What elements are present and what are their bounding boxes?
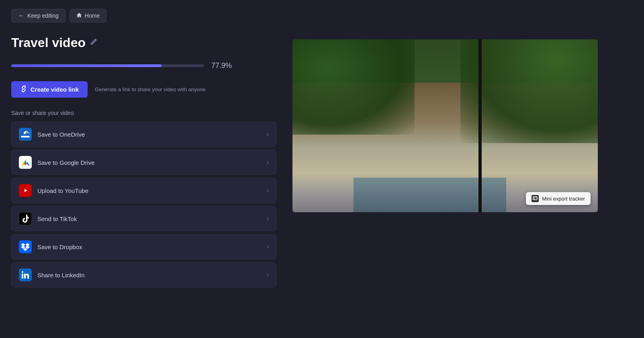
main-content: Travel video 77.9% bbox=[0, 31, 644, 299]
dropbox-label: Save to Dropbox bbox=[37, 244, 82, 250]
svg-rect-14 bbox=[534, 199, 535, 199]
edit-title-icon[interactable] bbox=[90, 38, 98, 48]
onedrive-icon bbox=[19, 128, 32, 141]
mini-tracker-label: Mini export tracker bbox=[542, 196, 585, 202]
share-item-tiktok[interactable]: Send to TikTok › bbox=[11, 206, 276, 231]
mini-export-tracker-badge[interactable]: Mini export tracker bbox=[526, 192, 591, 205]
video-preview: Mini export tracker bbox=[292, 39, 598, 212]
home-button[interactable]: Home bbox=[70, 9, 106, 23]
share-item-gdrive-left: Save to Google Drive bbox=[19, 156, 95, 169]
dark-divider-strip bbox=[478, 39, 482, 212]
dropbox-icon bbox=[19, 240, 32, 253]
progress-row: 77.9% bbox=[11, 61, 276, 70]
tracker-badge-icon bbox=[532, 195, 539, 202]
back-arrow-icon: ← bbox=[18, 12, 25, 19]
video-background bbox=[292, 39, 598, 212]
create-link-btn-label: Create video link bbox=[31, 86, 79, 93]
tree-overlay-left bbox=[292, 39, 415, 135]
home-label: Home bbox=[85, 12, 100, 19]
onedrive-chevron-icon: › bbox=[267, 131, 269, 138]
page-title: Travel video bbox=[11, 35, 86, 50]
share-item-onedrive[interactable]: Save to OneDrive › bbox=[11, 122, 276, 147]
progress-bar-track bbox=[11, 64, 204, 67]
gdrive-chevron-icon: › bbox=[267, 159, 269, 166]
share-item-gdrive[interactable]: Save to Google Drive › bbox=[11, 150, 276, 175]
youtube-icon bbox=[19, 184, 32, 197]
share-item-onedrive-left: Save to OneDrive bbox=[19, 128, 85, 141]
create-video-link-button[interactable]: Create video link bbox=[11, 81, 88, 98]
home-icon bbox=[76, 12, 82, 19]
share-item-dropbox-left: Save to Dropbox bbox=[19, 240, 82, 253]
top-navigation: ← Keep editing Home bbox=[0, 0, 644, 31]
onedrive-label: Save to OneDrive bbox=[37, 131, 85, 138]
svg-rect-11 bbox=[22, 274, 23, 279]
share-item-youtube[interactable]: Upload to YouTube › bbox=[11, 178, 276, 203]
tiktok-chevron-icon: › bbox=[267, 215, 269, 222]
title-row: Travel video bbox=[11, 35, 276, 50]
tiktok-icon bbox=[19, 212, 32, 225]
share-item-linkedin-left: Share to LinkedIn bbox=[19, 268, 85, 281]
share-item-linkedin[interactable]: Share to LinkedIn › bbox=[11, 262, 276, 287]
svg-point-12 bbox=[22, 271, 23, 273]
gdrive-label: Save to Google Drive bbox=[37, 159, 95, 166]
share-section-label: Save or share your video bbox=[11, 110, 276, 116]
progress-bar-fill bbox=[11, 64, 162, 67]
create-link-row: Create video link Generate a link to sha… bbox=[11, 81, 276, 98]
share-item-tiktok-left: Send to TikTok bbox=[19, 212, 77, 225]
share-list: Save to OneDrive › bbox=[11, 122, 276, 287]
svg-rect-13 bbox=[533, 197, 537, 200]
link-icon bbox=[20, 85, 27, 94]
youtube-label: Upload to YouTube bbox=[37, 187, 88, 194]
tiktok-label: Send to TikTok bbox=[37, 215, 77, 222]
left-panel: Travel video 77.9% bbox=[11, 35, 276, 287]
keep-editing-button[interactable]: ← Keep editing bbox=[11, 9, 65, 23]
share-item-youtube-left: Upload to YouTube bbox=[19, 184, 88, 197]
gdrive-icon bbox=[19, 156, 32, 169]
progress-percentage: 77.9% bbox=[211, 61, 232, 70]
youtube-chevron-icon: › bbox=[267, 187, 269, 194]
create-link-description: Generate a link to share your video with… bbox=[95, 86, 207, 92]
share-item-dropbox[interactable]: Save to Dropbox › bbox=[11, 234, 276, 259]
right-panel: Mini export tracker bbox=[292, 35, 633, 287]
dropbox-chevron-icon: › bbox=[267, 243, 269, 250]
keep-editing-label: Keep editing bbox=[27, 12, 59, 19]
water-layer bbox=[354, 178, 506, 212]
linkedin-chevron-icon: › bbox=[267, 271, 269, 279]
linkedin-icon bbox=[19, 268, 32, 281]
svg-marker-3 bbox=[24, 164, 27, 166]
linkedin-label: Share to LinkedIn bbox=[37, 272, 85, 279]
